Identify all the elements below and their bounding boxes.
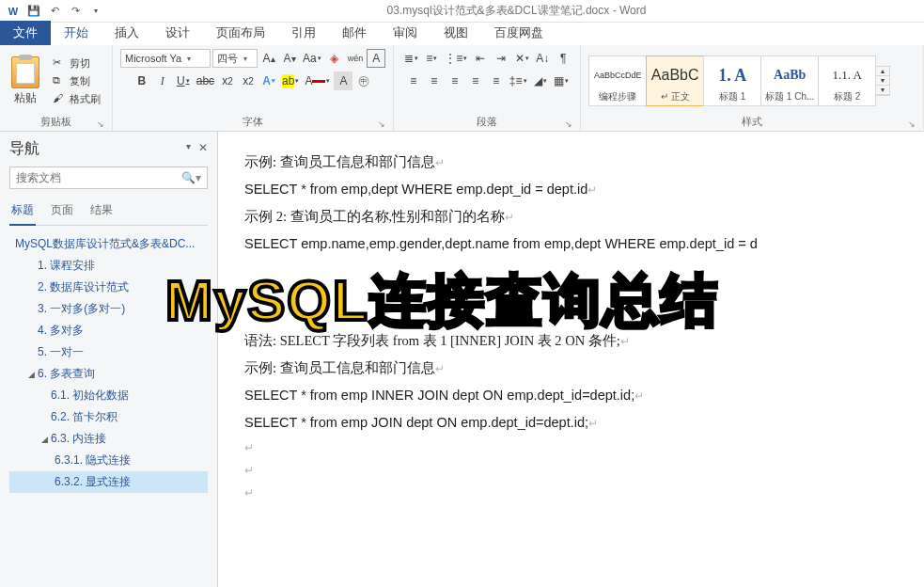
tree-item[interactable]: 6.3.2. 显式连接 — [9, 471, 208, 493]
enclose-char-button[interactable]: ㊥ — [354, 71, 373, 90]
italic-button[interactable]: I — [153, 71, 172, 90]
font-launcher-icon[interactable]: ↘ — [378, 119, 385, 129]
collapse-icon[interactable]: ◢ — [41, 435, 51, 444]
save-icon[interactable]: 💾 — [26, 4, 41, 19]
undo-icon[interactable]: ↶ — [47, 4, 62, 19]
borders-button[interactable]: ▦▾ — [552, 71, 571, 90]
tab-baidu[interactable]: 百度网盘 — [481, 21, 556, 45]
cut-button[interactable]: ✂剪切 — [49, 56, 104, 71]
indent-right-button[interactable]: ⇥ — [492, 49, 510, 68]
style-item-heading1ch[interactable]: AaBb标题 1 Ch... — [760, 56, 819, 106]
style-item-heading2[interactable]: 1.1. A标题 2 — [818, 56, 876, 106]
tree-item[interactable]: 5. 一对一 — [9, 341, 208, 363]
font-size-combo[interactable]: 四号▾ — [212, 49, 258, 68]
subscript-button[interactable]: x2 — [218, 71, 237, 90]
tab-layout[interactable]: 页面布局 — [203, 21, 278, 45]
paste-button[interactable]: 粘贴 — [8, 55, 43, 108]
titlebar: W 💾 ↶ ↷ ▾ 03.mysql设计范式&多表&DCL课堂笔记.docx -… — [0, 0, 924, 23]
nav-dropdown-icon[interactable]: ▾ — [186, 141, 191, 151]
shading-button[interactable]: ◢▾ — [531, 71, 550, 90]
tree-item[interactable]: ◢6. 多表查询 — [9, 363, 208, 385]
collapse-icon[interactable]: ◢ — [28, 370, 38, 379]
clipboard-launcher-icon[interactable]: ↘ — [97, 119, 104, 129]
styles-up-icon[interactable]: ▴ — [876, 67, 889, 76]
distribute-button[interactable]: ≡ — [487, 71, 506, 90]
tree-item[interactable]: 6.1. 初始化数据 — [9, 385, 208, 406]
align-right-button[interactable]: ≡ — [446, 71, 464, 90]
doc-line: 示例: 查询员工信息和部门信息 — [244, 360, 435, 375]
grow-font-button[interactable]: A▴ — [259, 49, 278, 68]
close-icon[interactable]: ✕ — [198, 141, 208, 154]
ribbon-tabs: 文件 开始 插入 设计 页面布局 引用 邮件 审阅 视图 百度网盘 — [0, 23, 924, 45]
doc-line: SELECT * from emp INNER JOIN dept ON emp… — [244, 388, 634, 403]
nav-tab-headings[interactable]: 标题 — [9, 198, 36, 226]
tab-mail[interactable]: 邮件 — [329, 21, 380, 45]
para-mark-icon: ↵ — [435, 156, 445, 169]
change-case-button[interactable]: Aa▾ — [301, 49, 323, 68]
tree-item[interactable]: 6.3.1. 隐式连接 — [9, 450, 208, 471]
superscript-button[interactable]: x2 — [239, 71, 258, 90]
text-direction-button[interactable]: ✕▾ — [512, 49, 531, 68]
copy-button[interactable]: ⧉复制 — [49, 73, 104, 89]
qat-more-icon[interactable]: ▾ — [88, 4, 103, 19]
style-item-programming[interactable]: AaBbCcDdE编程步骤 — [588, 56, 647, 106]
search-field[interactable] — [16, 171, 181, 184]
styles-more-icon[interactable]: ▾ — [876, 86, 889, 95]
styles-down-icon[interactable]: ▾ — [876, 76, 889, 86]
style-item-normal[interactable]: AaBbC↵ 正文 — [646, 56, 704, 106]
align-left-button[interactable]: ≡ — [404, 71, 423, 90]
tab-review[interactable]: 审阅 — [380, 21, 431, 45]
group-styles: AaBbCcDdE编程步骤 AaBbC↵ 正文 1. A标题 1 AaBb标题 … — [581, 45, 924, 131]
line-spacing-button[interactable]: ‡≡▾ — [508, 71, 529, 90]
document-body[interactable]: 示例: 查询员工信息和部门信息↵ SELECT * from emp,dept … — [218, 132, 924, 587]
search-icon[interactable]: 🔍▾ — [181, 171, 201, 184]
style-item-heading1[interactable]: 1. A标题 1 — [703, 56, 761, 106]
tab-view[interactable]: 视图 — [431, 21, 481, 45]
tab-home[interactable]: 开始 — [51, 21, 102, 45]
underline-button[interactable]: U▾ — [174, 71, 193, 90]
paste-icon — [11, 56, 39, 88]
format-painter-button[interactable]: 🖌格式刷 — [49, 91, 104, 107]
styles-launcher-icon[interactable]: ↘ — [908, 119, 916, 129]
show-marks-button[interactable]: ¶ — [554, 49, 572, 68]
para-mark-icon: ↵ — [634, 389, 644, 403]
char-shading-button[interactable]: A — [334, 71, 352, 90]
tab-insert[interactable]: 插入 — [102, 21, 152, 45]
search-input[interactable]: 🔍▾ — [9, 167, 208, 189]
sort-button[interactable]: A↓ — [533, 49, 552, 68]
numbering-button[interactable]: ≡▾ — [422, 49, 441, 68]
paragraph-launcher-icon[interactable]: ↘ — [565, 119, 572, 129]
phonetic-button[interactable]: wén — [346, 49, 366, 68]
tree-item[interactable]: 6.2. 笛卡尔积 — [9, 406, 208, 428]
font-name-combo[interactable]: Microsoft Ya▾ — [120, 49, 211, 68]
font-color-button[interactable]: A▾ — [303, 71, 332, 90]
text-effects-button[interactable]: A▾ — [259, 71, 278, 90]
tree-item[interactable]: MySQL数据库设计范式&多表&DC... — [9, 233, 208, 255]
shrink-font-button[interactable]: A▾ — [280, 49, 299, 68]
highlight-button[interactable]: ab▾ — [280, 71, 301, 90]
group-clipboard: 粘贴 ✂剪切 ⧉复制 🖌格式刷 剪贴板↘ — [0, 45, 113, 131]
group-label-font: 字体↘ — [120, 113, 385, 129]
tree-item[interactable]: ◢6.3. 内连接 — [9, 428, 208, 450]
tree-item[interactable]: 1. 课程安排 — [9, 255, 208, 277]
scissors-icon: ✂ — [53, 56, 66, 70]
clear-format-button[interactable]: ◈ — [325, 49, 344, 68]
tab-file[interactable]: 文件 — [0, 21, 51, 45]
tab-design[interactable]: 设计 — [152, 21, 203, 45]
tab-references[interactable]: 引用 — [278, 21, 329, 45]
justify-button[interactable]: ≡ — [466, 71, 485, 90]
redo-icon[interactable]: ↷ — [68, 4, 83, 19]
bullets-button[interactable]: ≣▾ — [401, 49, 420, 68]
nav-tab-results[interactable]: 结果 — [88, 198, 115, 225]
doc-line: 语法: SELECT 字段列表 from 表 1 [INNER] JOIN 表 … — [244, 333, 620, 348]
align-center-button[interactable]: ≡ — [425, 71, 444, 90]
nav-tab-pages[interactable]: 页面 — [49, 198, 75, 225]
indent-left-button[interactable]: ⇤ — [471, 49, 490, 68]
tree-item[interactable]: 4. 多对多 — [9, 320, 208, 341]
strike-button[interactable]: abc — [195, 71, 216, 90]
multilevel-button[interactable]: ⋮≡▾ — [443, 49, 469, 68]
tree-item[interactable]: 2. 数据库设计范式 — [9, 277, 208, 298]
bold-button[interactable]: B — [133, 71, 151, 90]
tree-item[interactable]: 3. 一对多(多对一) — [9, 298, 208, 320]
char-border-button[interactable]: A — [367, 49, 385, 68]
